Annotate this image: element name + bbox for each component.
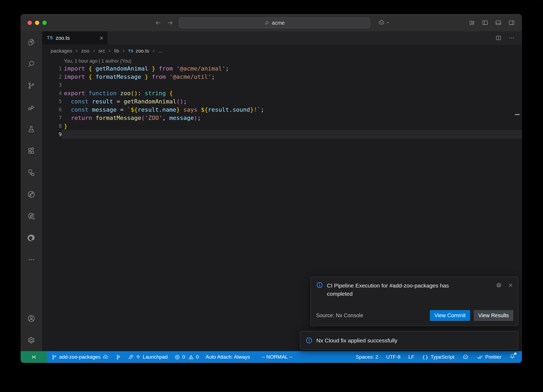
code-line[interactable]: 5 const result = getRandomAnimal();: [42, 97, 522, 106]
command-center-search[interactable]: acme: [179, 18, 370, 28]
line-number: 9: [42, 130, 62, 138]
problems-status[interactable]: 0 0: [172, 351, 201, 363]
notifications-bell-status[interactable]: [507, 351, 518, 363]
line-number: 7: [42, 114, 62, 122]
status-bar: add-zoo-packages Launchpad: [21, 351, 522, 363]
typescript-file-icon: TS: [47, 35, 53, 41]
breadcrumb[interactable]: packageszoosrclibTSzoo.ts...: [42, 45, 522, 57]
double-check-icon: [477, 354, 483, 360]
traffic-lights: [28, 21, 47, 25]
line-number: 2: [42, 73, 62, 81]
breadcrumb-chevron-icon: [92, 49, 96, 53]
forward-arrow-icon[interactable]: [167, 20, 173, 26]
overview-ruler-mark: [515, 114, 520, 115]
git-branch-status[interactable]: add-zoo-packages: [49, 351, 111, 363]
code-line[interactable]: 1import { getRandomAnimal } from '@acme/…: [42, 64, 522, 73]
publish-cloud-upload-icon: [103, 354, 108, 360]
eol-status[interactable]: LF: [406, 351, 417, 363]
close-window-button[interactable]: [28, 21, 32, 25]
search-icon: [264, 20, 269, 25]
line-number: 1: [42, 64, 62, 73]
indentation-status[interactable]: Spaces: 2: [353, 351, 381, 363]
gitlens-icon[interactable]: [21, 184, 42, 205]
encoding-status[interactable]: UTF-8: [383, 351, 403, 363]
code-line[interactable]: 6 const message = `${result.name} says $…: [42, 106, 522, 114]
workspace-view-icon[interactable]: [21, 162, 42, 184]
info-icon: [316, 281, 323, 289]
breadcrumb-chevron-icon: [107, 49, 112, 53]
breadcrumb-file[interactable]: zoo.ts: [136, 48, 149, 54]
testing-beaker-icon[interactable]: [21, 118, 42, 140]
activity-bar: [21, 31, 42, 351]
source-control-icon[interactable]: [21, 75, 42, 97]
gitlens-inspect-icon[interactable]: [21, 205, 42, 227]
close-notification-icon[interactable]: [508, 282, 513, 288]
code-line[interactable]: 9: [42, 130, 522, 138]
line-number: 6: [42, 106, 62, 114]
breadcrumb-chevron-icon: [75, 49, 79, 53]
breadcrumb-segment[interactable]: src: [98, 48, 105, 54]
settings-gear-icon[interactable]: [21, 329, 42, 351]
tab-zoo-ts[interactable]: TS zoo.ts: [42, 31, 108, 45]
toggle-sidebar-right-icon[interactable]: [508, 19, 515, 26]
code-line[interactable]: 2import { formatMessage } from '@acme/ut…: [42, 73, 522, 81]
extensions-icon[interactable]: [21, 140, 42, 162]
view-results-button[interactable]: View Results: [474, 310, 513, 321]
plug-icon: [136, 355, 141, 359]
toggle-sidebar-left-icon[interactable]: [482, 19, 488, 26]
error-count: 0: [182, 354, 185, 360]
remote-indicator[interactable]: [21, 351, 47, 363]
typescript-file-icon: TS: [128, 49, 133, 53]
error-circle-icon: [174, 354, 180, 360]
back-arrow-icon[interactable]: [155, 20, 161, 26]
auto-attach-status[interactable]: Auto Attach: Always: [203, 351, 253, 363]
warning-count: 0: [196, 354, 199, 360]
search-view-icon[interactable]: [21, 53, 42, 75]
notification-toast-nx-cloud: Nx Cloud fix applied successfully: [300, 331, 518, 350]
copilot-icon: [462, 354, 469, 360]
launchpad-status[interactable]: Launchpad: [125, 351, 170, 363]
git-branch-icon: [51, 354, 57, 360]
breadcrumb-overflow[interactable]: ...: [158, 48, 162, 54]
indent-guide: [85, 89, 85, 114]
minimize-window-button[interactable]: [35, 21, 39, 25]
notification-message: Nx Cloud fix applied successfully: [316, 337, 397, 344]
copilot-icon[interactable]: [378, 19, 385, 26]
search-value: acme: [272, 20, 285, 26]
breadcrumb-segment[interactable]: zoo: [81, 48, 89, 54]
run-debug-icon[interactable]: [21, 97, 42, 118]
code-line[interactable]: 3: [42, 81, 522, 89]
breadcrumb-segment[interactable]: lib: [114, 48, 119, 54]
formatter-status[interactable]: Prettier: [474, 351, 504, 363]
line-number: 8: [42, 122, 62, 130]
account-icon[interactable]: [21, 308, 42, 329]
rocket-icon: [128, 354, 134, 360]
notification-settings-gear-icon[interactable]: [496, 282, 502, 288]
more-views-icon[interactable]: [21, 249, 42, 271]
language-mode-status[interactable]: {} TypeScript: [419, 351, 457, 363]
title-bar: acme: [21, 14, 522, 31]
close-tab-icon[interactable]: [99, 36, 104, 41]
notification-source: Source: Nx Console: [316, 312, 430, 319]
breadcrumb-segment[interactable]: packages: [51, 48, 72, 54]
explorer-icon[interactable]: [21, 31, 42, 53]
vim-mode-status[interactable]: -- NORMAL --: [259, 351, 295, 363]
notification-message: CI Pipeline Execution for #add-zoo-packa…: [327, 281, 471, 298]
code-line[interactable]: 4export function zoo(): string {: [42, 89, 522, 97]
copilot-status[interactable]: [460, 351, 471, 363]
code-line[interactable]: 7 return formatMessage('ZOO', message);: [42, 114, 522, 122]
code-line[interactable]: 8}: [42, 122, 522, 130]
split-editor-icon[interactable]: [495, 35, 502, 41]
tab-bar: TS zoo.ts: [42, 31, 522, 45]
breadcrumb-chevron-icon: [121, 49, 126, 53]
customize-layout-icon[interactable]: [469, 19, 475, 26]
chevron-down-icon[interactable]: [386, 21, 390, 24]
git-graph-status[interactable]: [113, 351, 124, 363]
tab-label: zoo.ts: [56, 35, 96, 41]
edge-devtools-icon[interactable]: [21, 227, 42, 249]
view-commit-button[interactable]: View Commit: [430, 310, 470, 321]
more-actions-icon[interactable]: [509, 35, 515, 41]
toggle-panel-icon[interactable]: [495, 19, 502, 26]
zoom-window-button[interactable]: [42, 21, 47, 25]
code-lines: 1import { getRandomAnimal } from '@acme/…: [42, 64, 522, 138]
